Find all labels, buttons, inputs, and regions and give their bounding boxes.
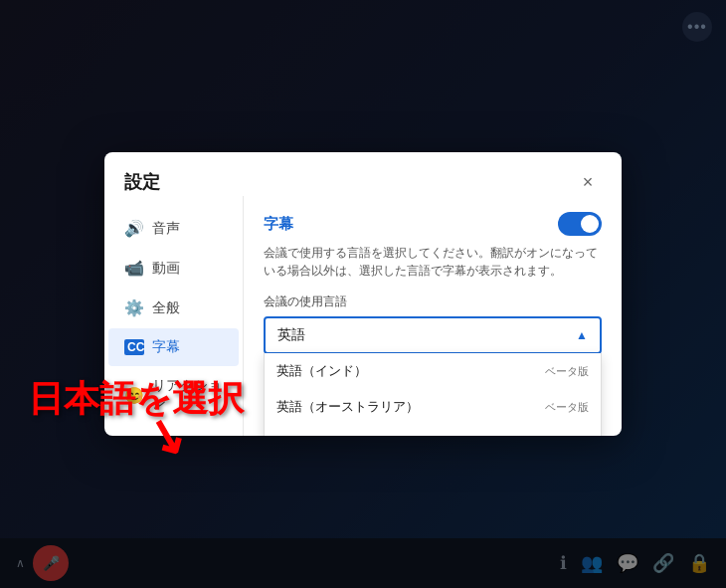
sidebar-label-audio: 音声: [152, 220, 180, 238]
reactions-icon: 😊: [124, 386, 144, 405]
item-label-0: 英語（インド）: [276, 362, 367, 380]
captions-toggle[interactable]: [558, 212, 602, 236]
sidebar-item-video[interactable]: 📹 動画: [108, 249, 239, 288]
item-beta-2: ベータ版: [545, 436, 589, 437]
dropdown-arrow-icon: ▲: [576, 328, 588, 342]
sidebar-item-reactions[interactable]: 😊 リアクション: [108, 367, 239, 423]
item-label-2: フランス語: [276, 434, 341, 436]
settings-modal: 設定 × 🔊 音声 📹 動画 ⚙️ 全般 CC: [104, 152, 622, 436]
captions-settings-content: 字幕 会議で使用する言語を選択してください。翻訳がオンになっている場合以外は、選…: [244, 196, 622, 436]
item-label-1: 英語（オーストラリア）: [276, 398, 419, 416]
sidebar-label-captions: 字幕: [152, 338, 180, 356]
language-dropdown-container: 英語 ▲ 英語（インド） ベータ版 英語（オーストラリア） ベータ版: [264, 316, 602, 354]
sidebar-item-general[interactable]: ⚙️ 全般: [108, 289, 239, 327]
section-header: 字幕: [264, 212, 602, 236]
dropdown-list: 英語（インド） ベータ版 英語（オーストラリア） ベータ版 フランス語 ベータ版: [264, 353, 602, 436]
captions-icon: CC: [124, 339, 144, 355]
sidebar-label-reactions: リアクション: [152, 377, 223, 413]
general-icon: ⚙️: [124, 298, 144, 317]
dropdown-item-1[interactable]: 英語（オーストラリア） ベータ版: [265, 389, 601, 425]
captions-section-title: 字幕: [264, 215, 293, 234]
sidebar-label-general: 全般: [152, 299, 180, 317]
sidebar-item-audio[interactable]: 🔊 音声: [108, 209, 239, 248]
audio-icon: 🔊: [124, 219, 144, 238]
dropdown-item-0[interactable]: 英語（インド） ベータ版: [265, 353, 601, 389]
captions-description: 会議で使用する言語を選択してください。翻訳がオンになっている場合以外は、選択した…: [264, 244, 602, 280]
item-beta-0: ベータ版: [545, 364, 589, 379]
language-dropdown[interactable]: 英語 ▲: [264, 316, 602, 354]
modal-backdrop: 設定 × 🔊 音声 📹 動画 ⚙️ 全般 CC: [0, 0, 726, 588]
language-field-label: 会議の使用言語: [264, 294, 602, 310]
sidebar-label-video: 動画: [152, 260, 180, 278]
dropdown-item-2[interactable]: フランス語 ベータ版: [265, 425, 601, 436]
modal-body: 🔊 音声 📹 動画 ⚙️ 全般 CC 字幕 😊 リアクション: [104, 196, 622, 436]
modal-header: 設定 ×: [104, 152, 622, 196]
sidebar-item-captions[interactable]: CC 字幕: [108, 328, 239, 366]
close-button[interactable]: ×: [574, 168, 602, 196]
video-icon: 📹: [124, 259, 144, 278]
modal-title: 設定: [124, 170, 160, 194]
dropdown-selected-value: 英語: [277, 326, 305, 344]
settings-sidebar: 🔊 音声 📹 動画 ⚙️ 全般 CC 字幕 😊 リアクション: [104, 196, 244, 436]
item-beta-1: ベータ版: [545, 400, 589, 415]
